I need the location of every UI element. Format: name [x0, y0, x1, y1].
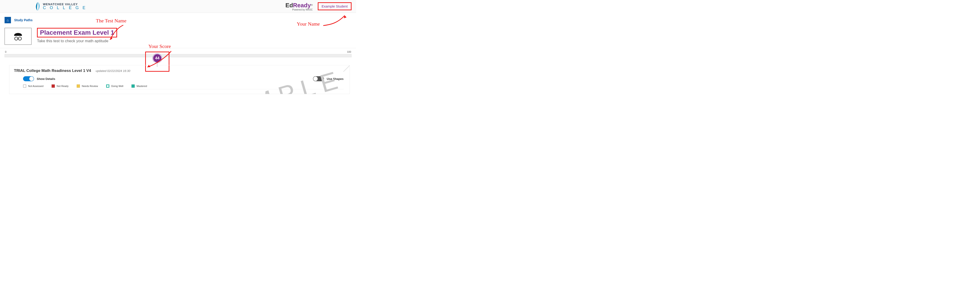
- edready-ed: Ed: [285, 2, 293, 9]
- exam-title: Placement Exam Level 1: [37, 28, 117, 37]
- breadcrumb: ⌂ Study Paths: [0, 13, 356, 25]
- score-value: 44: [153, 54, 162, 63]
- swatch-mastered-icon: [132, 84, 135, 87]
- edready-logo: EdReady® Powered by NROC: [285, 2, 312, 11]
- institution-logo: WENATCHEE VALLEY C O L L E G E: [34, 2, 87, 11]
- app-header: WENATCHEE VALLEY C O L L E G E EdReady® …: [0, 0, 356, 13]
- legend-needs-review: Needs Review: [77, 84, 98, 87]
- study-path-card: TRIAL College Math Readiness Level 1 V4 …: [9, 65, 350, 94]
- swatch-not-ready-icon: [52, 84, 55, 87]
- use-shapes-toggle-group: Use Shapes: [313, 76, 344, 81]
- swatch-not-assessed-icon: [23, 84, 26, 87]
- use-shapes-label: Use Shapes: [327, 77, 344, 81]
- svg-point-1: [18, 37, 21, 40]
- card-updated: updated 02/22/2024 16:30: [95, 69, 130, 73]
- home-button[interactable]: ⌂: [5, 17, 11, 23]
- legend-not-ready-label: Not Ready: [57, 85, 68, 87]
- swatch-doing-well-icon: [106, 84, 109, 87]
- legend-doing-well-label: Doing Well: [111, 85, 123, 87]
- legend-not-assessed-label: Not Assessed: [28, 85, 43, 87]
- exam-subtitle: Take this test to check your math aptitu…: [37, 39, 117, 43]
- show-details-toggle[interactable]: [23, 76, 34, 81]
- legend-needs-review-label: Needs Review: [82, 85, 98, 87]
- home-icon: ⌂: [6, 18, 9, 22]
- legend: Not Assessed Not Ready Needs Review Doin…: [23, 84, 344, 89]
- scale-max: 100: [347, 51, 351, 53]
- breadcrumb-study-paths[interactable]: Study Paths: [14, 18, 33, 22]
- svg-point-0: [14, 37, 18, 40]
- exam-header-row: Placement Exam Level 1 Take this test to…: [0, 25, 356, 48]
- legend-mastered: Mastered: [132, 84, 147, 87]
- legend-mastered-label: Mastered: [137, 85, 147, 87]
- edready-ready: Ready: [293, 2, 311, 9]
- card-title: TRIAL College Math Readiness Level 1 V4: [14, 68, 91, 73]
- show-details-label: Show Details: [37, 77, 55, 81]
- user-menu[interactable]: Example Student: [318, 2, 352, 10]
- institution-name-line2: C O L L E G E: [43, 6, 87, 10]
- avatar-icon: [12, 31, 24, 41]
- avatar: [5, 28, 32, 45]
- wvc-feather-icon: [34, 2, 41, 11]
- show-details-toggle-group: Show Details: [23, 76, 55, 81]
- score-scale: 0 100 44: [0, 48, 356, 64]
- registered-icon: ®: [311, 3, 313, 6]
- legend-not-ready: Not Ready: [52, 84, 68, 87]
- use-shapes-toggle[interactable]: [313, 76, 324, 81]
- scale-min: 0: [5, 51, 6, 53]
- score-track: 44: [5, 54, 352, 57]
- legend-doing-well: Doing Well: [106, 84, 123, 87]
- legend-not-assessed: Not Assessed: [23, 84, 43, 87]
- swatch-needs-review-icon: [77, 84, 80, 87]
- edready-subtitle: Powered by NROC: [285, 8, 312, 11]
